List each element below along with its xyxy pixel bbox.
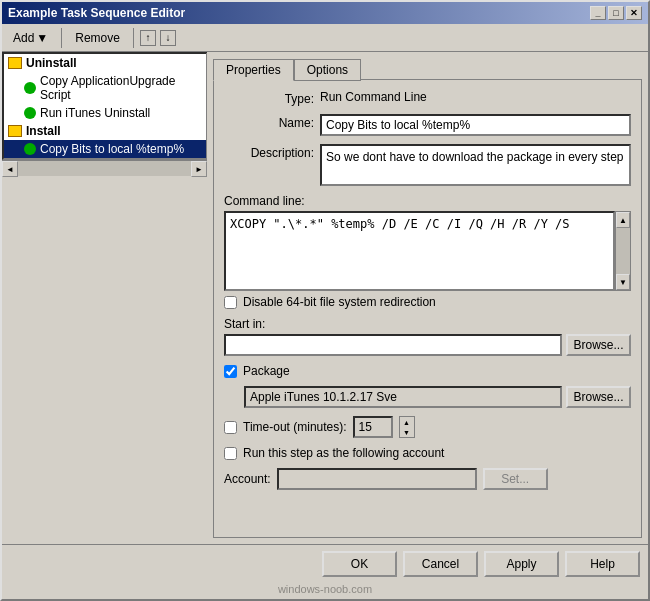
add-button[interactable]: Add ▼	[6, 28, 55, 48]
scrollbar-track	[616, 228, 630, 274]
tab-options[interactable]: Options	[294, 59, 361, 81]
left-panel-scrollbar: ◄ ►	[2, 160, 207, 176]
disable-64bit-label: Disable 64-bit file system redirection	[243, 295, 436, 309]
tree-item-label-2: Run iTunes Uninstall	[40, 106, 150, 120]
timeout-input[interactable]	[353, 416, 393, 438]
status-icon-green	[24, 82, 36, 94]
ok-button[interactable]: OK	[322, 551, 397, 577]
timeout-row: Time-out (minutes): ▲ ▼	[224, 416, 631, 438]
name-input[interactable]	[320, 114, 631, 136]
command-wrapper: XCOPY ".\*.*" %temp% /D /E /C /I /Q /H /…	[224, 211, 631, 291]
folder-icon-2	[8, 125, 22, 137]
main-content: Uninstall Copy ApplicationUpgrade Script…	[2, 52, 648, 544]
start-in-input[interactable]	[224, 334, 562, 356]
start-in-browse-button[interactable]: Browse...	[566, 334, 631, 356]
title-bar: Example Task Sequence Editor _ □ ✕	[2, 2, 648, 24]
cancel-button[interactable]: Cancel	[403, 551, 478, 577]
start-in-label: Start in:	[224, 317, 631, 331]
tree-item-label: Copy ApplicationUpgrade Script	[40, 74, 202, 102]
disable-64bit-row: Disable 64-bit file system redirection	[224, 295, 631, 309]
dropdown-arrow-icon: ▼	[36, 31, 48, 45]
right-panel: Properties Options Type: Run Command Lin…	[207, 52, 648, 544]
tab-properties[interactable]: Properties	[213, 59, 294, 81]
timeout-label: Time-out (minutes):	[243, 420, 347, 434]
account-row: Account: Set...	[224, 468, 631, 490]
set-button[interactable]: Set...	[483, 468, 548, 490]
tree-item-copy-script[interactable]: Copy ApplicationUpgrade Script	[4, 72, 206, 104]
remove-label: Remove	[75, 31, 120, 45]
bottom-bar: OK Cancel Apply Help	[2, 544, 648, 583]
install-group-label: Install	[26, 124, 61, 138]
package-row: Browse...	[224, 386, 631, 408]
toolbar-separator	[61, 28, 62, 48]
package-browse-button[interactable]: Browse...	[566, 386, 631, 408]
command-line-label: Command line:	[224, 194, 631, 208]
folder-icon	[8, 57, 22, 69]
scrollbar-up-button[interactable]: ▲	[616, 212, 630, 228]
package-input[interactable]	[244, 386, 562, 408]
command-scrollbar: ▲ ▼	[615, 211, 631, 291]
toolbar-separator-2	[133, 28, 134, 48]
run-as-label: Run this step as the following account	[243, 446, 444, 460]
account-input[interactable]	[277, 468, 477, 490]
status-icon-green-3	[24, 143, 36, 155]
command-section: Command line: XCOPY ".\*.*" %temp% /D /E…	[224, 194, 631, 291]
spinner-down-button[interactable]: ▼	[400, 427, 414, 437]
bottom-container: OK Cancel Apply Help windows-noob.com	[2, 544, 648, 599]
start-in-row: Browse...	[224, 334, 631, 356]
description-textarea[interactable]: So we dont have to download the package …	[320, 144, 631, 186]
start-in-section: Start in: Browse...	[224, 317, 631, 356]
close-button[interactable]: ✕	[626, 6, 642, 20]
package-checkbox-row: Package	[224, 364, 631, 378]
type-label: Type:	[224, 90, 314, 106]
tab-bar: Properties Options	[213, 58, 642, 80]
remove-button[interactable]: Remove	[68, 28, 127, 48]
task-tree: Uninstall Copy ApplicationUpgrade Script…	[2, 52, 207, 160]
main-window: Example Task Sequence Editor _ □ ✕ Add ▼…	[0, 0, 650, 601]
watermark: windows-noob.com	[2, 583, 648, 599]
tree-item-run-itunes[interactable]: Run iTunes Uninstall	[4, 104, 206, 122]
tree-item-label-3: Copy Bits to local %temp%	[40, 142, 184, 156]
description-label: Description:	[224, 144, 314, 160]
type-row: Type: Run Command Line	[224, 90, 631, 106]
account-label: Account:	[224, 472, 271, 486]
tree-item-copy-bits[interactable]: Copy Bits to local %temp%	[4, 140, 206, 158]
tab-content-properties: Type: Run Command Line Name: Description…	[213, 79, 642, 538]
timeout-spinner: ▲ ▼	[399, 416, 415, 438]
uninstall-group: Uninstall	[4, 54, 206, 72]
name-label: Name:	[224, 114, 314, 130]
uninstall-group-label: Uninstall	[26, 56, 77, 70]
install-group: Install	[4, 122, 206, 140]
run-as-row: Run this step as the following account	[224, 446, 631, 460]
add-label: Add	[13, 31, 34, 45]
toolbar: Add ▼ Remove ↑ ↓	[2, 24, 648, 52]
name-row: Name:	[224, 114, 631, 136]
spinner-up-button[interactable]: ▲	[400, 417, 414, 427]
type-value: Run Command Line	[320, 90, 631, 104]
timeout-checkbox[interactable]	[224, 421, 237, 434]
minimize-button[interactable]: _	[590, 6, 606, 20]
scroll-track[interactable]	[18, 161, 191, 176]
package-checkbox-label: Package	[243, 364, 290, 378]
move-down-icon[interactable]: ↓	[160, 30, 176, 46]
maximize-button[interactable]: □	[608, 6, 624, 20]
scrollbar-down-button[interactable]: ▼	[616, 274, 630, 290]
title-bar-controls: _ □ ✕	[590, 6, 642, 20]
move-up-icon[interactable]: ↑	[140, 30, 156, 46]
package-checkbox[interactable]	[224, 365, 237, 378]
scroll-left-button[interactable]: ◄	[2, 161, 18, 177]
status-icon-green-2	[24, 107, 36, 119]
command-textarea[interactable]: XCOPY ".\*.*" %temp% /D /E /C /I /Q /H /…	[224, 211, 615, 291]
disable-64bit-checkbox[interactable]	[224, 296, 237, 309]
run-as-checkbox[interactable]	[224, 447, 237, 460]
window-title: Example Task Sequence Editor	[8, 6, 185, 20]
apply-button[interactable]: Apply	[484, 551, 559, 577]
scroll-right-button[interactable]: ►	[191, 161, 207, 177]
help-button[interactable]: Help	[565, 551, 640, 577]
description-row: Description: So we dont have to download…	[224, 144, 631, 186]
